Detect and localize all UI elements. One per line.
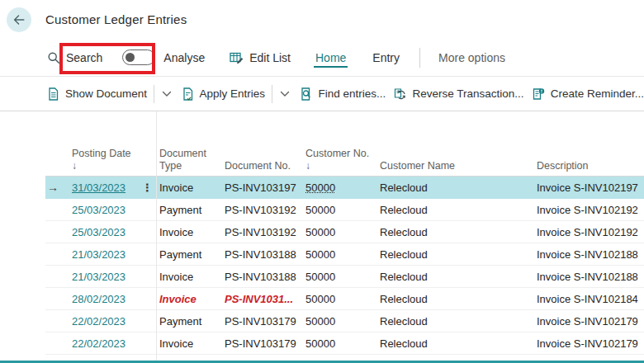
table-row[interactable]: 22/02/2023 Invoice PS-INV103179 50000 Re… <box>45 332 644 355</box>
cell-customer-no[interactable]: 50000 <box>305 226 380 238</box>
cell-customer-no[interactable]: 50000 <box>305 293 380 305</box>
cell-customer-no[interactable]: 50000 <box>305 204 380 216</box>
cell-description[interactable]: Invoice S-INV102188 <box>537 271 644 283</box>
cell-customer-name[interactable]: Relecloud <box>380 293 537 305</box>
cell-document-type[interactable]: Invoice <box>157 293 225 305</box>
cell-document-type[interactable]: Invoice <box>157 226 225 238</box>
cell-posting-date[interactable]: 28/02/2023 <box>72 293 137 305</box>
action-bar: Search Analyse Edit List Home Entry More… <box>0 39 644 77</box>
cell-description[interactable]: Invoice S-INV102179 <box>537 337 644 350</box>
show-document-dropdown[interactable] <box>160 89 173 99</box>
cell-posting-date[interactable]: 25/03/2023 <box>72 226 137 238</box>
cell-description[interactable]: Invoice S-INV102192 <box>537 204 644 216</box>
search-button[interactable]: Search <box>47 51 102 64</box>
header-menu-spacer <box>137 172 157 174</box>
tab-entry[interactable]: Entry <box>371 48 401 68</box>
sort-desc-icon: ↓ <box>72 160 137 172</box>
cell-posting-date[interactable]: 22/02/2023 <box>72 315 137 328</box>
cell-document-no[interactable]: PS-INV103192 <box>225 204 305 216</box>
cell-document-type[interactable]: Payment <box>157 204 225 216</box>
command-bar: Show Document Apply Entries <box>0 77 644 111</box>
cell-document-type[interactable]: Payment <box>157 248 225 261</box>
column-header-posting-date[interactable]: Posting Date ↓ <box>72 148 137 174</box>
cell-customer-name[interactable]: Relecloud <box>380 271 537 283</box>
cell-document-no[interactable]: PS-INV1031... <box>225 293 305 305</box>
reverse-transaction-button[interactable]: Reverse Transaction... <box>393 87 523 101</box>
table-row[interactable]: 25/03/2023 Invoice PS-INV103192 50000 Re… <box>45 221 644 243</box>
cell-customer-name[interactable]: Relecloud <box>380 182 537 194</box>
apply-entries-label: Apply Entries <box>200 87 266 100</box>
table-row[interactable]: 21/03/2023 Payment PS-INV103188 50000 Re… <box>45 243 644 266</box>
show-document-button[interactable]: Show Document <box>47 87 147 101</box>
selected-row-marker-icon: → <box>45 181 72 194</box>
cell-customer-name[interactable]: Relecloud <box>380 315 537 328</box>
cell-posting-date[interactable]: 21/03/2023 <box>72 248 137 261</box>
apply-entries-icon <box>182 87 194 101</box>
cell-document-type[interactable]: Invoice <box>157 182 225 194</box>
cell-description[interactable]: Invoice S-INV102184 <box>537 293 644 305</box>
table-header: Posting Date ↓ Document Type Document No… <box>45 111 644 177</box>
cell-customer-name[interactable]: Relecloud <box>380 248 537 261</box>
cell-document-no[interactable]: PS-INV103188 <box>225 271 305 283</box>
actionbar-divider <box>419 48 420 68</box>
analyse-toggle[interactable] <box>122 50 155 65</box>
toggle-knob <box>125 53 135 62</box>
show-document-icon <box>47 87 59 101</box>
search-label: Search <box>66 51 102 64</box>
title-bar: Customer Ledger Entries <box>0 0 644 39</box>
column-header-description[interactable]: Description <box>537 160 644 174</box>
cell-document-type[interactable]: Invoice <box>157 337 225 350</box>
cell-description[interactable]: Invoice S-INV102188 <box>537 248 644 261</box>
cell-document-no[interactable]: PS-INV103197 <box>225 182 305 194</box>
table-row[interactable]: 25/03/2023 Payment PS-INV103192 50000 Re… <box>45 199 644 221</box>
table-row-error[interactable]: 28/02/2023 Invoice PS-INV1031... 50000 R… <box>45 288 644 310</box>
cell-posting-date[interactable]: 21/03/2023 <box>72 271 137 283</box>
create-reminder-icon <box>532 87 545 101</box>
back-arrow-icon <box>12 12 26 27</box>
show-document-label: Show Document <box>65 87 147 100</box>
cell-customer-name[interactable]: Relecloud <box>380 204 537 216</box>
cell-posting-date[interactable]: 31/03/2023 <box>72 182 137 194</box>
cell-customer-name[interactable]: Relecloud <box>380 226 537 238</box>
cell-customer-no[interactable]: 50000 <box>305 271 380 283</box>
analyse-label[interactable]: Analyse <box>163 51 205 64</box>
edit-list-icon <box>230 51 244 64</box>
cell-document-type[interactable]: Payment <box>157 315 225 328</box>
cell-document-no[interactable]: PS-INV103179 <box>225 337 305 350</box>
table-body: → 31/03/2023 ⋮ Invoice PS-INV103197 5000… <box>0 177 644 355</box>
table-row[interactable]: → 31/03/2023 ⋮ Invoice PS-INV103197 5000… <box>45 177 644 199</box>
more-options-button[interactable]: More options <box>438 51 505 64</box>
cell-description[interactable]: Invoice S-INV102197 <box>537 182 644 194</box>
tab-home[interactable]: Home <box>314 48 348 68</box>
column-header-customer-no[interactable]: Customer No. ↓ <box>305 148 380 174</box>
analyse-toggle-group: Analyse <box>122 50 205 65</box>
apply-entries-dropdown[interactable] <box>278 89 291 99</box>
search-icon <box>47 51 60 64</box>
cell-description[interactable]: Invoice S-INV102192 <box>537 226 644 238</box>
table-row[interactable]: 21/03/2023 Invoice PS-INV103188 50000 Re… <box>45 266 644 288</box>
cell-customer-no[interactable]: 50000 <box>305 337 380 350</box>
edit-list-button[interactable]: Edit List <box>230 51 291 64</box>
cell-posting-date[interactable]: 22/02/2023 <box>72 337 137 350</box>
table-row[interactable]: 22/02/2023 Payment PS-INV103179 50000 Re… <box>45 310 644 332</box>
cell-document-type[interactable]: Invoice <box>157 271 225 283</box>
back-button[interactable] <box>7 7 31 32</box>
cell-document-no[interactable]: PS-INV103188 <box>225 248 305 261</box>
cell-description[interactable]: Invoice S-INV102179 <box>537 315 644 328</box>
cell-posting-date[interactable]: 25/03/2023 <box>72 204 137 216</box>
cell-customer-no[interactable]: 50000 <box>305 315 380 328</box>
create-reminder-button[interactable]: Create Reminder... <box>532 87 644 101</box>
column-header-document-type[interactable]: Document Type <box>157 148 225 174</box>
cell-customer-no[interactable]: 50000 <box>305 248 380 261</box>
cell-customer-no[interactable]: 50000 <box>305 182 380 194</box>
column-header-document-no[interactable]: Document No. <box>225 160 305 174</box>
cell-document-no[interactable]: PS-INV103179 <box>225 315 305 328</box>
apply-entries-button[interactable]: Apply Entries <box>182 87 266 101</box>
create-reminder-label: Create Reminder... <box>551 87 644 100</box>
row-menu-icon[interactable]: ⋮ <box>137 182 157 194</box>
edit-list-label: Edit List <box>249 51 291 64</box>
find-entries-button[interactable]: Find entries... <box>300 87 386 101</box>
cell-document-no[interactable]: PS-INV103192 <box>225 226 305 238</box>
column-header-customer-name[interactable]: Customer Name <box>380 160 537 174</box>
cell-customer-name[interactable]: Relecloud <box>380 337 537 350</box>
